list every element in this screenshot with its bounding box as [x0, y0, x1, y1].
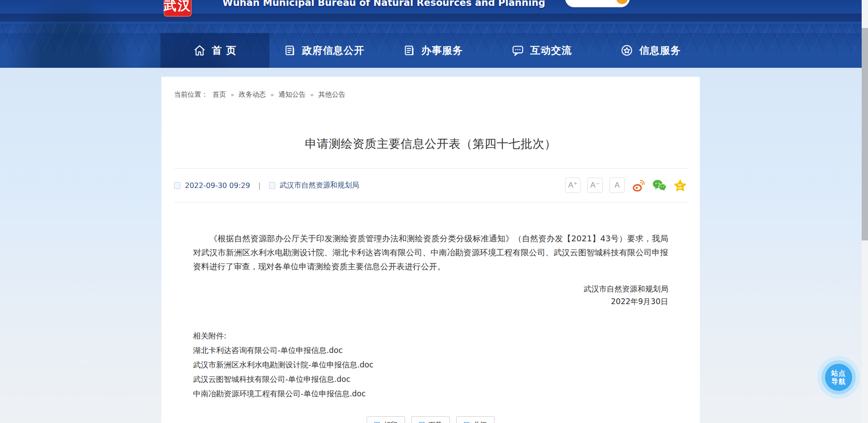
breadcrumb: 当前位置： 首页 » 政务动态 » 通知公告 » 其他公告	[161, 77, 700, 99]
float-button-label-line1: 站点	[831, 369, 846, 377]
banner-bridge-deck	[0, 14, 868, 22]
site-logo-text: 武汉	[164, 0, 192, 14]
wechat-icon[interactable]	[652, 179, 666, 193]
nav-item-label: 信息服务	[639, 44, 681, 57]
article-actions: 打印 下载 关闭	[161, 416, 700, 423]
document-icon	[283, 44, 296, 56]
print-button[interactable]: 打印	[367, 416, 405, 423]
close-button[interactable]: 关闭	[456, 416, 495, 423]
star-icon	[621, 44, 633, 56]
attachments-label: 相关附件:	[193, 329, 668, 343]
signature-date: 2022年9月30日	[193, 295, 668, 308]
site-navigation-float-button[interactable]: 站点 导航	[817, 356, 860, 399]
source-icon	[269, 182, 275, 189]
attachment-link[interactable]: 湖北卡利达咨询有限公司-单位申报信息.doc	[193, 343, 668, 357]
font-size-decrease-button[interactable]: A⁻	[587, 178, 603, 193]
vertical-scrollbar[interactable]	[862, 0, 868, 423]
weibo-icon[interactable]	[632, 179, 646, 193]
nav-item-services[interactable]: 办事服务	[378, 33, 487, 68]
breadcrumb-label: 当前位置：	[174, 90, 208, 99]
attachment-link[interactable]: 武汉云图智城科技有限公司-单位申报信息.doc	[193, 372, 668, 386]
nav-item-gov-info[interactable]: 政府信息公开	[269, 33, 378, 68]
download-button-label: 下载	[429, 421, 442, 423]
article-source[interactable]: 武汉市自然资源和规划局	[280, 181, 359, 190]
chat-icon	[512, 44, 524, 56]
attachments-section: 相关附件: 湖北卡利达咨询有限公司-单位申报信息.doc 武汉市新洲区水利水电勘…	[193, 329, 668, 401]
article-meta-row: 2022-09-30 09:29 | 武汉市自然资源和规划局 A⁺ A⁻ A	[174, 169, 687, 202]
print-button-label: 打印	[384, 421, 397, 423]
breadcrumb-separator: »	[231, 91, 234, 98]
meta-separator: |	[258, 181, 260, 190]
qzone-icon[interactable]	[673, 179, 687, 193]
clock-icon	[174, 182, 180, 189]
publish-time: 2022-09-30 09:29	[185, 181, 250, 190]
breadcrumb-separator: »	[310, 91, 314, 98]
article-signature: 武汉市自然资源和规划局 2022年9月30日	[193, 282, 668, 308]
signature-org: 武汉市自然资源和规划局	[193, 282, 668, 295]
breadcrumb-item-other[interactable]: 其他公告	[318, 90, 345, 99]
font-size-reset-button[interactable]: A	[609, 178, 625, 193]
document-icon	[403, 44, 415, 56]
search-input[interactable]	[565, 0, 630, 7]
breadcrumb-item-news[interactable]: 政务动态	[239, 90, 266, 99]
breadcrumb-item-notices[interactable]: 通知公告	[278, 90, 306, 99]
font-size-increase-button[interactable]: A⁺	[565, 178, 580, 193]
article-tools: A⁺ A⁻ A	[565, 178, 687, 193]
scrollbar-thumb[interactable]	[862, 28, 868, 240]
main-nav: 首 页 政府信息公开 办事服务 互动交流	[0, 33, 868, 68]
download-button[interactable]: 下载	[411, 416, 450, 423]
attachment-link[interactable]: 武汉市新洲区水利水电勘测设计院-单位申报信息.doc	[193, 357, 668, 372]
nav-item-label: 首 页	[212, 44, 237, 57]
search-button[interactable]	[616, 0, 628, 4]
breadcrumb-item-home[interactable]: 首页	[212, 90, 226, 99]
nav-item-label: 互动交流	[530, 44, 572, 57]
breadcrumb-separator: »	[270, 91, 274, 98]
site-title-english: Wuhan Municipal Bureau of Natural Resour…	[222, 0, 545, 8]
home-icon	[193, 44, 206, 56]
article-body-paragraph: 《根据自然资源部办公厅关于印发测绘资质管理办法和测绘资质分类分级标准通知》（自然…	[193, 231, 668, 273]
nav-item-home[interactable]: 首 页	[160, 33, 269, 68]
nav-item-info-service[interactable]: 信息服务	[596, 33, 705, 68]
nav-item-label: 办事服务	[421, 44, 463, 57]
nav-item-label: 政府信息公开	[302, 44, 364, 57]
float-button-label-line2: 导航	[831, 377, 846, 385]
nav-item-interaction[interactable]: 互动交流	[487, 33, 596, 68]
attachment-link[interactable]: 中南冶勘资源环境工程有限公司-单位申报信息.doc	[193, 386, 668, 401]
float-button-core: 站点 导航	[825, 364, 852, 391]
page-title: 申请测绘资质主要信息公开表（第四十七批次）	[161, 136, 700, 152]
site-logo[interactable]: 武汉	[164, 0, 192, 17]
content-panel: 当前位置： 首页 » 政务动态 » 通知公告 » 其他公告 申请测绘资质主要信息…	[161, 77, 700, 423]
close-button-label: 关闭	[473, 421, 487, 423]
site-banner: 武汉 Wuhan Municipal Bureau of Natural Res…	[0, 0, 868, 68]
